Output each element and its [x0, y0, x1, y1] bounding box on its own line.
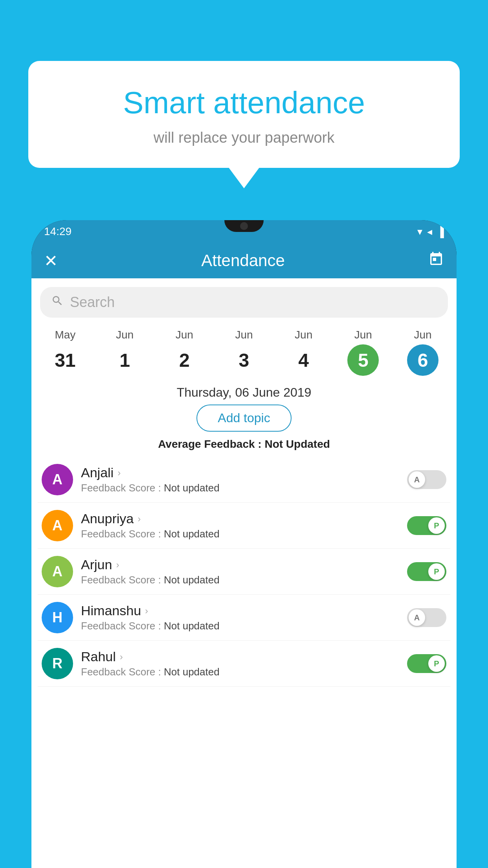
toggle-knob: A [409, 609, 425, 626]
phone-content: Search May31Jun1Jun2Jun3Jun4Jun5Jun6 Thu… [31, 278, 457, 868]
toggle-switch[interactable]: A [407, 470, 446, 489]
camera [240, 222, 248, 230]
date-month: Jun [116, 329, 134, 341]
student-feedback: Feedback Score : Not updated [81, 620, 399, 632]
student-list: AAnjali ›Feedback Score : Not updatedAAA… [31, 457, 457, 687]
student-name: Arjun › [81, 557, 399, 572]
date-item[interactable]: Jun5 [347, 329, 379, 376]
toggle-switch[interactable]: P [407, 654, 446, 673]
toggle-knob: A [409, 471, 425, 488]
student-name: Anjali › [81, 465, 399, 480]
search-placeholder: Search [70, 294, 115, 311]
student-name: Anupriya › [81, 511, 399, 526]
toggle-switch[interactable]: A [407, 608, 446, 627]
date-item[interactable]: May31 [50, 329, 81, 376]
student-info: Anjali ›Feedback Score : Not updated [81, 465, 399, 494]
date-number: 3 [228, 344, 260, 376]
student-feedback: Feedback Score : Not updated [81, 528, 399, 540]
student-avatar: A [42, 464, 73, 495]
date-number: 1 [109, 344, 141, 376]
close-button[interactable]: ✕ [44, 251, 58, 270]
date-number: 6 [407, 344, 438, 376]
chevron-icon: › [120, 651, 123, 662]
search-bar[interactable]: Search [40, 287, 448, 318]
student-avatar: A [42, 510, 73, 541]
feedback-value: Not updated [164, 528, 220, 540]
student-avatar: A [42, 556, 73, 587]
date-month: Jun [176, 329, 193, 341]
toggle-switch[interactable]: P [407, 562, 446, 581]
feedback-value: Not updated [164, 620, 220, 632]
student-avatar: H [42, 602, 73, 633]
bubble-title: Smart attendance [52, 85, 436, 121]
date-month: Jun [295, 329, 312, 341]
student-name: Rahul › [81, 649, 399, 664]
attendance-toggle[interactable]: A [407, 470, 446, 489]
date-item[interactable]: Jun4 [288, 329, 319, 376]
toggle-knob: P [428, 563, 445, 580]
date-number: 4 [288, 344, 319, 376]
feedback-value: Not updated [164, 482, 220, 494]
chevron-icon: › [117, 467, 121, 478]
calendar-icon[interactable] [428, 251, 444, 270]
date-month: Jun [354, 329, 372, 341]
signal-icon: ◂ [427, 226, 432, 238]
toggle-knob: P [428, 655, 445, 672]
student-name: Himanshu › [81, 603, 399, 618]
avg-feedback-value: Not Updated [264, 438, 330, 450]
date-item[interactable]: Jun1 [109, 329, 141, 376]
student-feedback: Feedback Score : Not updated [81, 574, 399, 586]
status-time: 14:29 [44, 225, 72, 238]
add-topic-button[interactable]: Add topic [196, 405, 291, 432]
phone-frame: 14:29 ▾ ◂ ▐ ✕ Attendance Search May3 [31, 220, 457, 868]
student-row[interactable]: AArjun ›Feedback Score : Not updatedP [38, 549, 450, 595]
attendance-toggle[interactable]: P [407, 654, 446, 673]
student-info: Arjun ›Feedback Score : Not updated [81, 557, 399, 586]
feedback-value: Not updated [164, 666, 220, 678]
chevron-icon: › [138, 513, 141, 524]
attendance-toggle[interactable]: P [407, 562, 446, 581]
phone-notch [224, 220, 264, 232]
chevron-icon: › [145, 605, 148, 616]
student-row[interactable]: HHimanshu ›Feedback Score : Not updatedA [38, 595, 450, 641]
student-info: Anupriya ›Feedback Score : Not updated [81, 511, 399, 540]
attendance-toggle[interactable]: P [407, 516, 446, 535]
student-row[interactable]: RRahul ›Feedback Score : Not updatedP [38, 641, 450, 687]
avg-feedback: Average Feedback : Not Updated [31, 438, 457, 451]
toggle-knob: P [428, 517, 445, 534]
selected-date-label: Thursday, 06 June 2019 [31, 380, 457, 405]
app-header: ✕ Attendance [31, 243, 457, 278]
student-info: Rahul ›Feedback Score : Not updated [81, 649, 399, 678]
attendance-toggle[interactable]: A [407, 608, 446, 627]
date-item[interactable]: Jun2 [169, 329, 200, 376]
date-item[interactable]: Jun3 [228, 329, 260, 376]
header-title: Attendance [201, 251, 285, 270]
date-picker: May31Jun1Jun2Jun3Jun4Jun5Jun6 [31, 322, 457, 380]
feedback-value: Not updated [164, 574, 220, 586]
bubble-subtitle: will replace your paperwork [52, 129, 436, 146]
date-month: Jun [414, 329, 431, 341]
search-icon [51, 294, 64, 310]
student-feedback: Feedback Score : Not updated [81, 666, 399, 678]
battery-icon: ▐ [437, 226, 444, 238]
wifi-icon: ▾ [417, 226, 422, 238]
student-info: Himanshu ›Feedback Score : Not updated [81, 603, 399, 632]
speech-bubble: Smart attendance will replace your paper… [28, 61, 460, 168]
date-number: 5 [347, 344, 379, 376]
toggle-switch[interactable]: P [407, 516, 446, 535]
date-month: Jun [235, 329, 253, 341]
avg-feedback-prefix: Average Feedback : [158, 438, 264, 450]
date-number: 2 [169, 344, 200, 376]
student-row[interactable]: AAnupriya ›Feedback Score : Not updatedP [38, 503, 450, 549]
date-item[interactable]: Jun6 [407, 329, 438, 376]
student-avatar: R [42, 648, 73, 679]
date-number: 31 [50, 344, 81, 376]
student-row[interactable]: AAnjali ›Feedback Score : Not updatedA [38, 457, 450, 503]
chevron-icon: › [116, 559, 119, 570]
status-icons: ▾ ◂ ▐ [417, 226, 444, 238]
date-month: May [55, 329, 75, 341]
student-feedback: Feedback Score : Not updated [81, 482, 399, 494]
